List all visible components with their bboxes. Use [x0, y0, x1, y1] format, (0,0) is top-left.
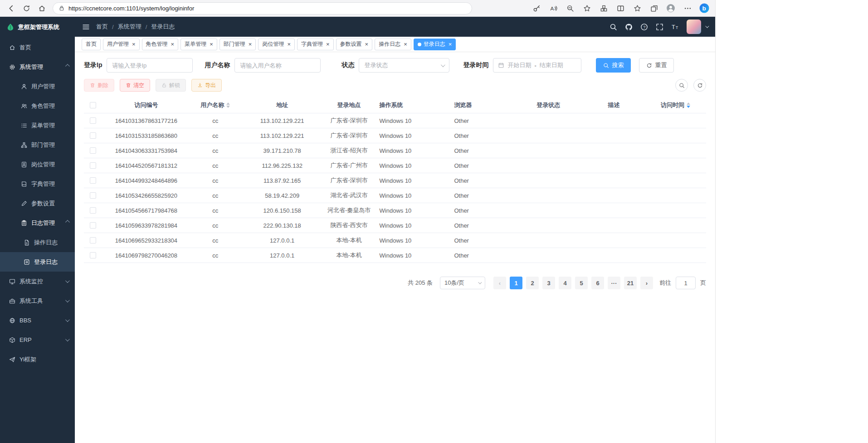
column-header-time[interactable]: 访问时间 [645, 101, 706, 109]
avatar[interactable] [687, 19, 701, 34]
table-row[interactable]: 1641043063331753984 cc 39.171.210.78 浙江省… [84, 143, 706, 158]
page-size-select[interactable]: 10条/页 [440, 277, 485, 289]
tab[interactable]: 用户管理 × [103, 39, 140, 50]
font-size-icon[interactable]: TT [671, 23, 679, 31]
search-toggle-button[interactable] [675, 79, 688, 92]
sidebar-item[interactable]: 参数设置 [0, 194, 75, 213]
sidebar-item[interactable]: 系统监控 [0, 272, 75, 291]
table-row[interactable]: 1641059633978281984 cc 222.90.130.18 陕西省… [84, 218, 706, 233]
row-checkbox[interactable] [90, 117, 96, 124]
more-icon[interactable] [681, 2, 694, 15]
status-select[interactable]: 登录状态 [359, 58, 449, 73]
sidebar-item[interactable]: BBS [0, 311, 75, 330]
page-button[interactable]: ··· [608, 277, 620, 289]
row-checkbox[interactable] [90, 132, 96, 139]
close-icon[interactable]: × [249, 41, 252, 47]
table-row[interactable]: 1641044520567181312 cc 112.96.225.132 广东… [84, 158, 706, 173]
table-row[interactable]: 1641044993248464896 cc 113.87.92.165 广东省… [84, 173, 706, 188]
favorites-add-icon[interactable] [580, 2, 593, 15]
breadcrumb-item[interactable]: 系统管理 / [118, 23, 147, 31]
reset-button[interactable]: 重置 [639, 58, 674, 73]
table-row[interactable]: 1641069798270046208 cc 127.0.0.1 本地-本机 W… [84, 248, 706, 263]
sidebar-item[interactable]: 登录日志 [0, 252, 75, 272]
clear-button[interactable]: 清空 [120, 79, 150, 92]
table-row[interactable]: 1641069652933218304 cc 127.0.0.1 本地-本机 W… [84, 233, 706, 248]
table-row[interactable]: 1641054566717984768 cc 120.6.150.158 河北省… [84, 203, 706, 218]
extensions-icon[interactable] [597, 2, 610, 15]
sidebar-item[interactable]: 系统管理 [0, 57, 75, 77]
close-icon[interactable]: × [171, 41, 175, 47]
row-checkbox[interactable] [90, 207, 96, 214]
page-button[interactable]: 3 [542, 277, 555, 289]
read-aloud-icon[interactable]: A [547, 2, 560, 15]
split-screen-icon[interactable] [614, 2, 627, 15]
close-icon[interactable]: × [365, 41, 369, 47]
refresh-button[interactable] [693, 79, 706, 92]
sort-icon[interactable] [226, 102, 230, 108]
sidebar-item[interactable]: 日志管理 [0, 213, 75, 233]
key-icon[interactable] [530, 2, 543, 15]
table-row[interactable]: 1641031367863177216 cc 113.102.129.221 广… [84, 113, 706, 128]
app-logo[interactable]: 意框架管理系统 [0, 17, 75, 38]
prev-page-button[interactable]: ‹ [493, 277, 506, 289]
sidebar-item[interactable]: 部门管理 [0, 135, 75, 155]
row-checkbox[interactable] [90, 147, 96, 154]
login-ip-input[interactable] [107, 58, 193, 73]
table-row[interactable]: 1641053426655825920 cc 58.19.42.209 湖北省-… [84, 188, 706, 203]
home-icon[interactable] [35, 2, 48, 15]
row-checkbox[interactable] [90, 177, 96, 184]
page-button[interactable]: 5 [575, 277, 588, 289]
select-all-checkbox[interactable] [90, 102, 96, 108]
help-icon[interactable]: ? [640, 23, 648, 31]
sidebar-item[interactable]: ERP [0, 330, 75, 350]
search-icon[interactable] [610, 23, 617, 31]
url-bar[interactable]: https://ccnetcore.com:1101/system/log/lo… [53, 2, 472, 15]
tab[interactable]: 菜单管理 × [180, 39, 217, 50]
tab[interactable]: 字典管理 × [297, 39, 334, 50]
tab[interactable]: 操作日志 × [375, 39, 411, 50]
sort-icon[interactable] [687, 102, 690, 108]
next-page-button[interactable]: › [640, 277, 653, 289]
sidebar-item[interactable]: 字典管理 [0, 174, 75, 194]
close-icon[interactable]: × [132, 41, 136, 47]
close-icon[interactable]: × [449, 41, 452, 47]
page-button[interactable]: 6 [591, 277, 604, 289]
page-button[interactable]: 1 [510, 277, 522, 289]
delete-button[interactable]: 删除 [84, 79, 114, 92]
column-header-user[interactable]: 用户名称 [190, 101, 240, 109]
row-checkbox[interactable] [90, 252, 96, 258]
sidebar-item[interactable]: 角色管理 [0, 96, 75, 116]
export-button[interactable]: 导出 [191, 79, 222, 92]
tab[interactable]: 参数设置 × [336, 39, 373, 50]
tab[interactable]: 首页 [82, 39, 101, 50]
profile-icon[interactable] [664, 2, 677, 15]
sidebar-item[interactable]: 岗位管理 [0, 155, 75, 174]
row-checkbox[interactable] [90, 237, 96, 243]
favorites-icon[interactable] [631, 2, 644, 15]
close-icon[interactable]: × [404, 41, 407, 47]
row-checkbox[interactable] [90, 192, 96, 199]
close-icon[interactable]: × [326, 41, 330, 47]
tab[interactable]: 登录日志 × [414, 39, 456, 50]
github-icon[interactable] [625, 23, 633, 31]
fullscreen-icon[interactable] [656, 23, 663, 31]
sidebar-item[interactable]: 菜单管理 [0, 116, 75, 135]
hamburger-icon[interactable] [82, 23, 90, 31]
tab[interactable]: 角色管理 × [142, 39, 179, 50]
row-checkbox[interactable] [90, 162, 96, 169]
page-button[interactable]: 4 [559, 277, 571, 289]
breadcrumb-item[interactable]: 登录日志 / [151, 23, 175, 31]
copilot-icon[interactable]: b [698, 2, 711, 15]
tab[interactable]: 岗位管理 × [258, 39, 295, 50]
back-icon[interactable] [5, 2, 17, 15]
collections-icon[interactable] [648, 2, 660, 15]
goto-page-input[interactable] [676, 277, 696, 289]
zoom-out-icon[interactable] [564, 2, 576, 15]
page-button[interactable]: 2 [526, 277, 539, 289]
sidebar-item[interactable]: 首页 [0, 38, 75, 57]
sidebar-item[interactable]: 用户管理 [0, 77, 75, 96]
close-icon[interactable]: × [287, 41, 291, 47]
tab[interactable]: 部门管理 × [219, 39, 256, 50]
close-icon[interactable]: × [210, 41, 213, 47]
sidebar-item[interactable]: 操作日志 [0, 233, 75, 252]
